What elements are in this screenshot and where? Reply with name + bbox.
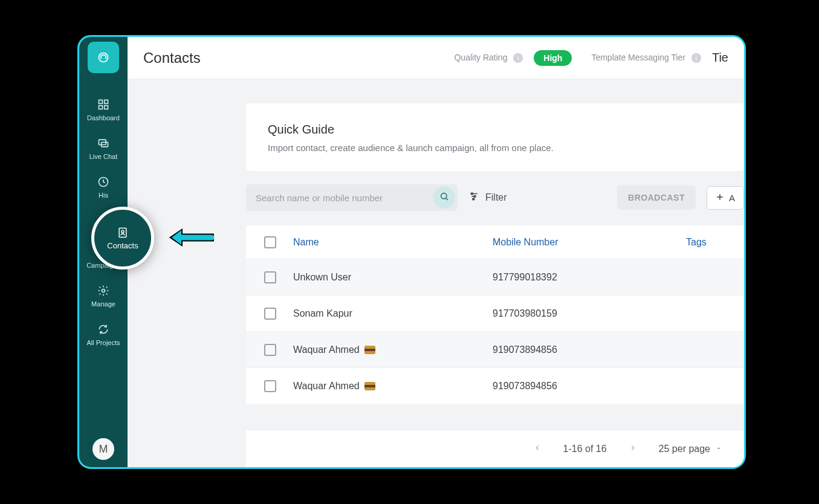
app-logo[interactable] — [88, 42, 119, 73]
plus-icon — [716, 193, 724, 203]
broadcast-button[interactable]: BROADCAST — [617, 186, 696, 210]
per-page-label: 25 per page — [659, 444, 710, 454]
contact-name: Sonam Kapur — [293, 308, 352, 319]
pointer-arrow-icon — [164, 224, 214, 254]
contact-name: Unkown User — [293, 272, 351, 283]
add-label: A — [729, 193, 735, 203]
row-checkbox[interactable] — [264, 308, 276, 320]
badge-icon — [364, 382, 375, 390]
row-checkbox[interactable] — [264, 380, 276, 392]
contacts-icon — [117, 227, 129, 239]
svg-rect-3 — [99, 106, 103, 109]
topbar: Contacts Quality Rating i High Template … — [128, 37, 744, 79]
sidebar-item-history[interactable]: His — [79, 169, 128, 207]
search-wrap — [246, 184, 458, 211]
svg-point-11 — [474, 196, 476, 198]
contact-name: Waquar Ahmed — [293, 344, 360, 355]
phone-icon — [97, 51, 109, 63]
dashboard-icon — [97, 99, 109, 111]
chat-icon — [97, 137, 109, 149]
search-input[interactable] — [246, 184, 458, 211]
row-checkbox[interactable] — [264, 344, 276, 356]
sidebar-label: Manage — [91, 300, 115, 308]
pagination: 1-16 of 16 25 per page — [246, 430, 744, 467]
user-avatar[interactable]: M — [92, 438, 114, 460]
sidebar-item-dashboard[interactable]: Dashboard — [79, 91, 128, 130]
row-checkbox[interactable] — [264, 271, 276, 283]
contact-mobile: 917703980159 — [493, 308, 686, 319]
svg-point-14 — [121, 230, 124, 233]
select-all-checkbox[interactable] — [264, 236, 276, 248]
sidebar-item-livechat[interactable]: Live Chat — [79, 130, 128, 169]
quality-rating-label: Quality Rating i — [454, 53, 523, 63]
avatar-letter: M — [99, 443, 108, 456]
prev-page-button[interactable] — [529, 440, 545, 458]
sidebar-item-projects[interactable]: All Projects — [79, 316, 128, 355]
table-row[interactable]: Sonam Kapur 917703980159 — [246, 296, 744, 332]
sidebar-label: Live Chat — [89, 153, 117, 160]
svg-rect-4 — [105, 106, 108, 109]
sidebar-label: Dashboard — [87, 114, 120, 121]
history-icon — [97, 176, 109, 188]
col-tags[interactable]: Tags — [686, 237, 726, 248]
sidebar-label: All Projects — [86, 339, 120, 346]
table-row[interactable]: Waquar Ahmed 919073894856 — [246, 368, 744, 404]
contacts-table: Name Mobile Number Tags Unkown User 9177… — [246, 225, 744, 404]
search-button[interactable] — [433, 187, 455, 208]
toolbar: Filter BROADCAST A — [246, 184, 744, 211]
badge-icon — [364, 346, 375, 354]
tier-value-cut: Tie — [712, 51, 728, 65]
svg-point-0 — [99, 53, 108, 62]
table-header: Name Mobile Number Tags — [246, 225, 744, 259]
highlight-label: Contacts — [107, 241, 138, 250]
quick-guide-card: Quick Guide Import contact, create audie… — [246, 103, 744, 171]
col-name[interactable]: Name — [293, 237, 493, 248]
svg-rect-2 — [105, 100, 108, 104]
highlight-contacts: Contacts — [91, 207, 154, 270]
chevron-down-icon — [715, 444, 722, 454]
per-page-select[interactable]: 25 per page — [659, 444, 722, 454]
search-icon — [439, 192, 449, 204]
contact-mobile: 917799018392 — [493, 272, 686, 283]
quick-guide-title: Quick Guide — [268, 123, 722, 137]
quality-badge: High — [534, 50, 572, 66]
table-row[interactable]: Waquar Ahmed 919073894856 — [246, 332, 744, 368]
svg-point-12 — [473, 198, 474, 200]
filter-label: Filter — [485, 192, 507, 203]
filter-button[interactable]: Filter — [468, 191, 507, 204]
page-title: Contacts — [143, 50, 201, 66]
page-range: 1-16 of 16 — [563, 444, 607, 454]
svg-point-9 — [441, 193, 447, 199]
contact-mobile: 919073894856 — [493, 344, 686, 355]
next-page-button[interactable] — [625, 440, 641, 458]
sidebar-label: His — [99, 192, 108, 199]
table-row[interactable]: Unkown User 917799018392 — [246, 259, 744, 296]
gear-icon — [97, 285, 109, 297]
main: Contacts Quality Rating i High Template … — [128, 37, 744, 467]
svg-rect-1 — [99, 100, 103, 104]
contact-name: Waquar Ahmed — [293, 381, 360, 392]
info-icon[interactable]: i — [513, 53, 523, 63]
svg-point-8 — [102, 289, 105, 292]
col-mobile[interactable]: Mobile Number — [493, 237, 686, 248]
sidebar-item-manage[interactable]: Manage — [79, 277, 128, 316]
svg-point-10 — [471, 193, 473, 195]
add-button[interactable]: A — [707, 186, 744, 210]
sync-icon — [97, 323, 109, 335]
quick-guide-subtitle: Import contact, create audience & launch… — [268, 143, 722, 153]
tier-label: Template Messaging Tier i — [591, 53, 701, 63]
filter-icon — [468, 191, 479, 204]
contact-mobile: 919073894856 — [493, 381, 686, 392]
info-icon[interactable]: i — [691, 53, 701, 63]
content-area: Quick Guide Import contact, create audie… — [128, 79, 744, 467]
